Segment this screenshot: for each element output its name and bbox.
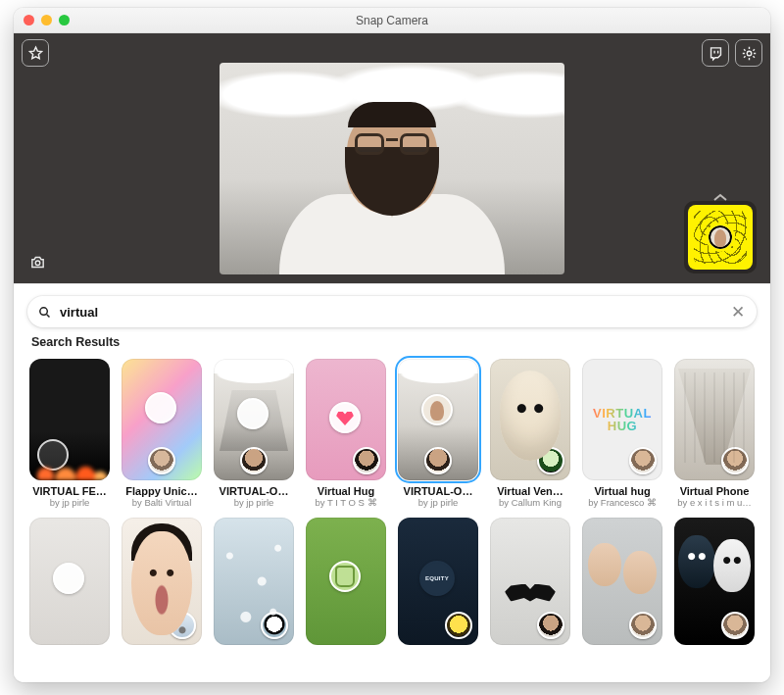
lens-thumbnail <box>306 359 386 480</box>
close-window-button[interactable] <box>24 15 34 25</box>
settings-button[interactable] <box>735 39 762 67</box>
star-icon <box>27 45 44 62</box>
lens-label: VIRTUAL-O…by jp pirle <box>213 485 295 508</box>
minimize-window-button[interactable] <box>41 15 52 25</box>
lens-grid: VIRTUAL FE…by jp pirleFlappy Unic…by Bal… <box>14 355 770 657</box>
lens-author: by Callum King <box>489 497 571 508</box>
lens-thumbnail <box>214 359 294 480</box>
favorite-button[interactable] <box>22 39 49 67</box>
lens-panel: ✕ Search Results VIRTUAL FE…by jp pirleF… <box>14 283 770 682</box>
lens-card[interactable]: VIRTUAL-O…by jp pirle <box>212 359 296 508</box>
svg-point-1 <box>35 260 40 265</box>
lens-glyph <box>421 394 453 425</box>
creator-avatar <box>537 612 564 639</box>
lens-card[interactable] <box>304 518 388 645</box>
lens-glyph <box>145 392 176 423</box>
search-icon <box>37 305 52 320</box>
lens-glyph <box>53 563 84 594</box>
window-title: Snap Camera <box>14 14 770 27</box>
app-window: Snap Camera <box>14 8 770 682</box>
lens-name: Virtual Phone <box>673 485 756 497</box>
creator-avatar <box>261 612 288 639</box>
preview-person <box>274 108 510 274</box>
lens-glyph <box>419 561 455 596</box>
lens-thumbnail <box>306 518 386 645</box>
lens-card[interactable] <box>396 518 480 645</box>
lens-card[interactable]: Flappy Unic…by Balti Virtual <box>120 359 204 508</box>
lens-name: Virtual Ven… <box>489 485 571 497</box>
lens-card[interactable]: Virtual Ven…by Callum King <box>488 359 572 508</box>
section-title: Search Results <box>14 335 770 355</box>
creator-avatar <box>148 447 175 474</box>
stream-button[interactable] <box>702 39 729 67</box>
lens-card[interactable] <box>120 518 204 645</box>
lens-card[interactable]: Virtual hugby Francesco ⌘ <box>580 359 664 508</box>
lens-author: by jp pirle <box>28 497 111 508</box>
lens-thumbnail <box>674 518 755 645</box>
creator-avatar <box>629 447 657 474</box>
lens-card[interactable]: VIRTUAL FE…by jp pirle <box>27 359 112 508</box>
lens-author: by jp pirle <box>397 497 479 508</box>
lens-author: by e x i t s i m u… <box>673 497 756 508</box>
svg-point-2 <box>40 307 48 315</box>
lens-card[interactable] <box>27 518 112 645</box>
lens-label: Virtual Ven…by Callum King <box>489 485 571 508</box>
creator-avatar <box>240 447 268 474</box>
titlebar: Snap Camera <box>14 8 770 33</box>
search-input[interactable] <box>52 305 729 320</box>
lens-author: by jp pirle <box>213 497 295 508</box>
lens-card[interactable]: Virtual Hugby T I T O S ⌘ <box>304 359 388 508</box>
lens-author: by Balti Virtual <box>121 497 203 508</box>
lens-glyph <box>237 398 269 429</box>
lens-card[interactable] <box>580 518 664 645</box>
lens-name: VIRTUAL-O… <box>213 485 295 497</box>
gear-icon <box>741 45 758 62</box>
search-bar[interactable]: ✕ <box>27 296 757 327</box>
zoom-window-button[interactable] <box>59 15 70 25</box>
lens-name: Flappy Unic… <box>121 485 203 497</box>
chevron-up-icon <box>712 192 728 202</box>
lens-thumbnail <box>29 359 110 480</box>
creator-avatar <box>721 447 749 474</box>
lens-thumbnail <box>582 359 662 480</box>
creator-avatar <box>169 612 196 639</box>
lens-card[interactable] <box>212 518 296 645</box>
creator-avatar <box>537 447 564 474</box>
camera-preview <box>220 63 564 274</box>
snapcode[interactable] <box>684 201 757 273</box>
creator-avatar <box>424 447 452 474</box>
lens-thumbnail <box>582 518 662 645</box>
lens-thumbnail <box>398 518 478 645</box>
lens-label: Virtual Phoneby e x i t s i m u… <box>673 485 756 508</box>
lens-name: VIRTUAL-O… <box>397 485 479 497</box>
lens-thumbnail <box>398 359 478 480</box>
lens-label: VIRTUAL-O…by jp pirle <box>397 485 479 508</box>
lens-name: Virtual Hug <box>305 485 387 497</box>
lens-card[interactable] <box>488 518 572 645</box>
svg-point-0 <box>747 51 752 56</box>
lens-author: by T I T O S ⌘ <box>305 497 387 508</box>
lens-label: Virtual Hugby T I T O S ⌘ <box>305 485 387 508</box>
lens-thumbnail <box>29 518 110 645</box>
creator-avatar <box>445 612 472 639</box>
lens-thumbnail <box>490 359 570 480</box>
lens-thumbnail <box>122 518 202 645</box>
lens-thumbnail <box>122 359 202 480</box>
camera-icon <box>29 254 46 271</box>
lens-glyph <box>37 439 69 471</box>
lens-thumbnail <box>490 518 570 645</box>
lens-card[interactable]: Virtual Phoneby e x i t s i m u… <box>672 359 757 508</box>
lens-name: Virtual hug <box>581 485 663 497</box>
clear-search-button[interactable]: ✕ <box>729 304 747 321</box>
lens-name: VIRTUAL FE… <box>28 485 111 497</box>
lens-thumbnail <box>674 359 755 480</box>
camera-area <box>14 33 770 283</box>
creator-avatar <box>353 447 380 474</box>
lens-label: Flappy Unic…by Balti Virtual <box>121 485 203 508</box>
lens-card[interactable]: VIRTUAL-O…by jp pirle <box>396 359 480 508</box>
lens-glyph <box>329 561 361 592</box>
twitch-icon <box>708 45 724 62</box>
creator-avatar <box>629 612 657 639</box>
lens-card[interactable] <box>672 518 757 645</box>
snapshot-button[interactable] <box>24 248 51 275</box>
